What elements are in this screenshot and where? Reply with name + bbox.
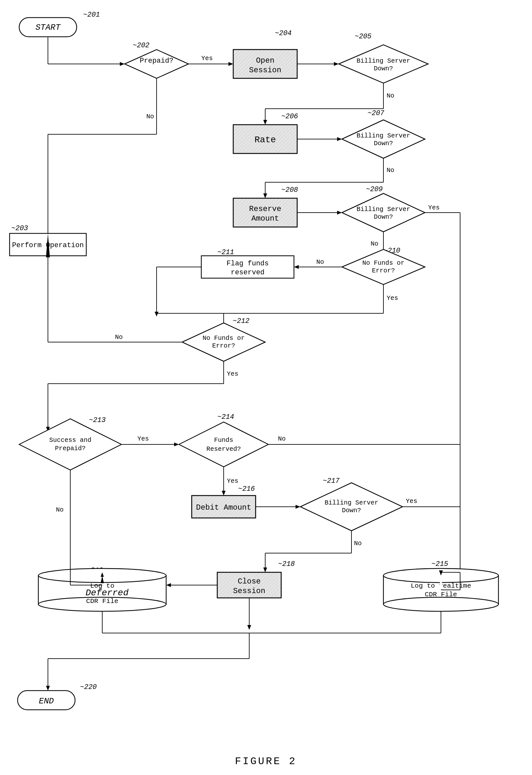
- svg-text:CDR File: CDR File: [86, 598, 119, 605]
- svg-marker-11: [228, 62, 233, 66]
- svg-text:~214: ~214: [217, 413, 234, 421]
- svg-text:No: No: [354, 540, 362, 547]
- svg-text:Down?: Down?: [374, 65, 393, 72]
- svg-text:~202: ~202: [133, 42, 150, 50]
- svg-text:Session: Session: [249, 66, 281, 74]
- svg-text:No: No: [278, 435, 286, 443]
- svg-text:~217: ~217: [323, 477, 340, 485]
- svg-text:~213: ~213: [89, 416, 106, 424]
- svg-marker-108: [179, 422, 268, 467]
- svg-text:No: No: [371, 240, 378, 247]
- svg-text:Open: Open: [256, 56, 274, 65]
- svg-text:Yes: Yes: [387, 294, 398, 302]
- svg-text:~204: ~204: [275, 29, 292, 37]
- svg-text:Billing Server: Billing Server: [325, 499, 378, 507]
- svg-text:Billing Server: Billing Server: [357, 132, 410, 139]
- svg-text:~218: ~218: [278, 560, 295, 568]
- svg-text:Prepaid?: Prepaid?: [55, 445, 86, 452]
- svg-text:Reserved?: Reserved?: [206, 446, 241, 453]
- svg-point-158: [383, 597, 498, 611]
- svg-marker-101: [19, 419, 121, 470]
- svg-text:Billing Server: Billing Server: [357, 57, 410, 65]
- svg-text:Flag funds: Flag funds: [227, 260, 269, 267]
- svg-marker-43: [263, 193, 267, 198]
- svg-text:Success and: Success and: [49, 437, 91, 444]
- svg-marker-66: [294, 265, 299, 269]
- svg-text:~207: ~207: [367, 109, 385, 117]
- svg-text:No: No: [387, 167, 394, 174]
- svg-marker-143: [166, 583, 171, 587]
- svg-marker-176: [46, 686, 50, 691]
- svg-text:Yes: Yes: [137, 435, 149, 443]
- svg-text:reserved: reserved: [231, 268, 265, 276]
- svg-text:No: No: [56, 506, 64, 514]
- svg-text:~209: ~209: [366, 185, 383, 193]
- svg-text:Yes: Yes: [227, 477, 238, 485]
- svg-text:Error?: Error?: [212, 342, 235, 349]
- svg-marker-28: [263, 120, 267, 125]
- svg-text:FIGURE 2: FIGURE 2: [235, 756, 297, 767]
- svg-text:~211: ~211: [217, 248, 234, 256]
- svg-text:Close: Close: [238, 577, 261, 586]
- svg-text:No: No: [146, 113, 154, 120]
- svg-text:Deferred: Deferred: [86, 588, 129, 598]
- svg-marker-74: [155, 312, 158, 316]
- svg-text:CDR File: CDR File: [425, 591, 457, 598]
- svg-text:Error?: Error?: [372, 267, 395, 274]
- svg-text:Down?: Down?: [342, 507, 361, 514]
- svg-text:~212: ~212: [233, 317, 250, 325]
- svg-text:Session: Session: [233, 587, 266, 595]
- svg-text:END: END: [39, 696, 54, 706]
- svg-text:~205: ~205: [355, 33, 372, 41]
- svg-text:Debit Amount: Debit Amount: [196, 503, 251, 512]
- svg-text:~203: ~203: [11, 224, 28, 232]
- svg-text:No: No: [316, 258, 324, 266]
- svg-text:~206: ~206: [281, 112, 298, 120]
- svg-text:Reserve: Reserve: [249, 205, 281, 213]
- svg-text:~201: ~201: [83, 11, 100, 19]
- svg-text:~220: ~220: [80, 683, 97, 691]
- svg-text:No Funds or: No Funds or: [203, 334, 245, 342]
- svg-text:Down?: Down?: [374, 140, 393, 147]
- svg-marker-145: [247, 625, 251, 630]
- svg-marker-131: [263, 568, 267, 572]
- svg-marker-113: [222, 491, 226, 496]
- svg-text:Down?: Down?: [374, 213, 393, 221]
- svg-text:Funds: Funds: [214, 437, 233, 444]
- svg-text:Amount: Amount: [251, 214, 279, 223]
- svg-text:Yes: Yes: [428, 204, 440, 211]
- svg-text:START: START: [35, 23, 61, 32]
- svg-text:Billing Server: Billing Server: [357, 205, 410, 213]
- svg-text:Rate: Rate: [254, 135, 276, 145]
- svg-text:No: No: [115, 333, 123, 341]
- svg-text:No Funds or: No Funds or: [362, 259, 405, 267]
- svg-text:~216: ~216: [238, 485, 255, 493]
- svg-text:~215: ~215: [431, 560, 448, 568]
- svg-text:Yes: Yes: [227, 370, 238, 377]
- svg-text:Yes: Yes: [201, 55, 213, 62]
- svg-text:Yes: Yes: [406, 498, 417, 505]
- svg-text:Prepaid?: Prepaid?: [140, 57, 173, 65]
- diagram-container: START ~201 ~202 Prepaid? Yes ~204 Open S…: [0, 0, 532, 775]
- svg-text:~208: ~208: [281, 186, 298, 194]
- svg-text:No: No: [387, 92, 394, 99]
